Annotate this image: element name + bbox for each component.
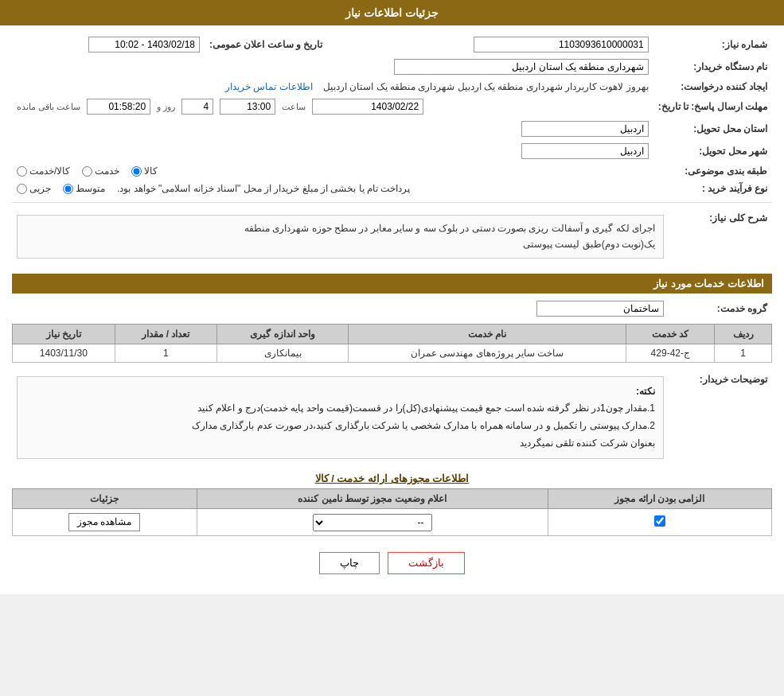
deadline-label: مهلت ارسال پاسخ: تا تاریخ: (653, 95, 772, 118)
creator-link[interactable]: اطلاعات تماس خریدار (225, 81, 313, 92)
col-qty: تعداد / مقدار (115, 324, 217, 344)
need-desc-line1: اجرای لکه گیری و آسفالت ریزی بصورت دستی … (244, 223, 655, 234)
remaining-time-input[interactable] (87, 99, 150, 115)
buyer-notes-line0: نکته: (636, 386, 655, 397)
print-button[interactable]: چاپ (319, 552, 380, 574)
purchasing-org-input[interactable] (394, 59, 649, 75)
need-desc-line2: یک(نوبت دوم)طبق لیست پیوستی (523, 239, 655, 250)
creator-value: بهروز لاهوت کاربردار شهرداری منطقه یک ار… (323, 81, 649, 92)
permit-row: -- دارم ندارم مشاهده مجوز (13, 509, 772, 536)
purchasing-org-label: نام دستگاه خریدار: (653, 56, 772, 78)
cell-name: ساخت سایر پروژه‌های مهندسی عمران (348, 344, 626, 362)
permits-subtitle: اطلاعات مجوزهای ارائه خدمت / کالا (12, 472, 772, 484)
deadline-time-label: ساعت (282, 102, 306, 112)
purchase-type-label: نوع فرآیند خرید : (653, 180, 772, 197)
province-input[interactable] (521, 121, 649, 137)
col-unit: واحد اندازه گیری (217, 324, 349, 344)
cell-row: 1 (715, 344, 772, 362)
purchase-type-radio-motavaset[interactable]: متوسط (63, 183, 105, 194)
days-label: روز و (157, 102, 175, 112)
permit-status-select[interactable]: -- دارم ندارم (313, 514, 432, 531)
purchase-type-radio-jozii[interactable]: جزیی (17, 183, 51, 194)
cell-code: ج-42-429 (626, 344, 715, 362)
buyer-notes-line1: 1.مقدار چون1در نظر گرفته شده است جمع قیم… (197, 402, 655, 414)
permit-col-status: اعلام وضعیت مجوز توسط نامین کننده (197, 489, 548, 509)
buyer-notes-line3: بعنوان شرکت کننده تلقی نمیگردید (520, 437, 655, 449)
need-number-input[interactable] (474, 37, 649, 52)
services-section-title: اطلاعات خدمات مورد نیاز (12, 274, 772, 294)
city-input[interactable] (521, 143, 649, 159)
need-desc-label: شرح کلی نیاز: (669, 208, 772, 266)
table-row: 1ج-42-429ساخت سایر پروژه‌های مهندسی عمرا… (13, 344, 772, 362)
group-label: گروه خدمت: (669, 297, 772, 320)
province-label: استان محل تحویل: (653, 118, 772, 140)
back-button[interactable]: بازگشت (388, 552, 465, 574)
announce-date-input[interactable] (88, 37, 200, 52)
deadline-time-input[interactable] (220, 99, 275, 115)
category-label: طبقه بندی موضوعی: (653, 162, 772, 180)
announce-date-label: تاریخ و ساعت اعلان عمومی: (205, 33, 327, 56)
page-header: جزئیات اطلاعات نیاز (0, 0, 784, 25)
services-table: ردیف کد خدمت نام خدمت واحد اندازه گیری ت… (12, 324, 772, 363)
cell-quantity: 1 (115, 344, 217, 362)
col-row: ردیف (715, 324, 772, 344)
category-radio-khedmat[interactable]: خدمت (82, 165, 119, 177)
buyer-notes-line2: 2.مدارک پیوستی را تکمیل و در سامانه همرا… (192, 420, 655, 431)
buyer-notes-label: توضیحات خریدار: (669, 369, 772, 466)
need-description-box: اجرای لکه گیری و آسفالت ریزی بصورت دستی … (17, 215, 664, 259)
category-radio-kala[interactable]: کالا (131, 165, 158, 177)
remaining-label: ساعت باقی مانده (17, 102, 80, 112)
deadline-date-input[interactable] (312, 99, 423, 115)
permits-table: الزامی بودن ارائه مجوز اعلام وضعیت مجوز … (12, 488, 772, 536)
col-code: کد خدمت (626, 324, 715, 344)
cell-unit: بیمانکاری (217, 344, 349, 362)
col-date: تاریخ نیاز (13, 324, 115, 344)
group-input[interactable] (536, 301, 664, 317)
buyer-notes-box: نکته: 1.مقدار چون1در نظر گرفته شده است ج… (17, 376, 664, 459)
purchase-note: پرداخت تام یا بخشی از مبلغ خریدار از محل… (117, 183, 410, 194)
days-input[interactable] (181, 99, 213, 115)
creator-label: ایجاد کننده درخواست: (653, 78, 772, 95)
category-radio-kala-khedmat[interactable]: کالا/خدمت (17, 165, 70, 177)
permit-col-details: جزئیات (13, 489, 197, 509)
col-name: نام خدمت (348, 324, 626, 344)
permit-required-checkbox[interactable] (654, 515, 665, 527)
need-number-label: شماره نیاز: (653, 33, 772, 56)
bottom-buttons: بازگشت چاپ (12, 540, 772, 586)
permit-col-required: الزامی بودن ارائه مجوز (548, 489, 771, 509)
cell-date: 1403/11/30 (13, 344, 115, 362)
city-label: شهر محل تحویل: (653, 140, 772, 162)
view-permit-button[interactable]: مشاهده مجوز (68, 513, 140, 531)
header-title: جزئیات اطلاعات نیاز (345, 6, 439, 19)
